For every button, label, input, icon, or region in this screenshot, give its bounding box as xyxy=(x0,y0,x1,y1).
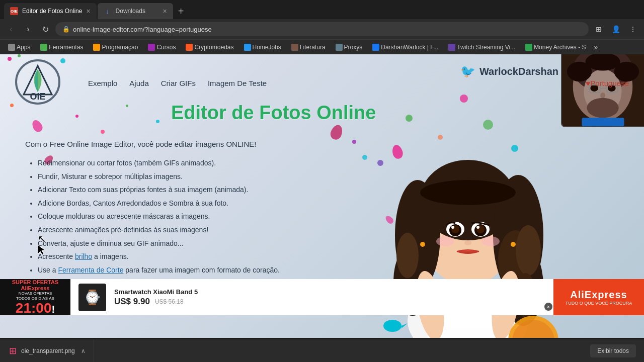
back-button[interactable]: ‹ xyxy=(4,22,18,36)
extensions-icon[interactable]: ⊞ xyxy=(592,22,606,36)
nav-links: Exemplo Ajuda Criar GIFs Imagem De Teste xyxy=(88,79,267,87)
toolbar-icons: ⊞ 👤 ⋮ xyxy=(592,22,640,36)
bookmark-proxys[interactable]: Proxys xyxy=(332,43,367,52)
bookmark-icon-cursos xyxy=(148,44,155,51)
ad-price-new: US$ 9.90 xyxy=(114,297,150,307)
ad-product-name: Smartwatch XiaoMi Band 5 xyxy=(114,288,198,296)
bottom-bar: ⊞ oie_transparent.png ∧ Exibir todos xyxy=(0,339,644,362)
hero-title: Editor de Fotos Online xyxy=(171,102,376,124)
intro-text: Com o Free Online Image Editor, você pod… xyxy=(25,140,533,148)
svg-rect-13 xyxy=(582,118,624,126)
address-bar[interactable]: 🔒 online-image-editor.com/?language=port… xyxy=(55,22,589,36)
feature-4: Adicione Bordas, Cantos Arredondados e S… xyxy=(38,197,533,210)
ad-price-old: US$ 56.18 xyxy=(155,298,184,305)
feature-9: Use a Ferramenta de Corte para fazer uma… xyxy=(38,263,533,277)
lock-icon: 🔒 xyxy=(62,26,70,33)
bookmark-darshan-fb[interactable]: DarshanWarlock | F... xyxy=(368,43,442,52)
ad-tagline: TUDO O QUE VOCÊ PROCURA xyxy=(566,301,632,306)
tab-editor[interactable]: OIE Editor de Fotos Online × xyxy=(4,3,97,19)
bookmark-icon-proxys xyxy=(336,44,343,51)
ad-novas-text: NOVAS OFERTASTODOS OS DIAS ÀS xyxy=(16,291,54,302)
bookmark-icon-apps xyxy=(8,44,15,51)
more-bookmarks-button[interactable]: » xyxy=(592,43,600,51)
bookmark-icon-twitch xyxy=(448,44,455,51)
nav-imagem-teste[interactable]: Imagem De Teste xyxy=(208,79,267,87)
feature-8: Acrescente brilho a imagens. xyxy=(38,250,533,263)
bookmark-icon-crypto xyxy=(186,44,193,51)
tab-close-downloads[interactable]: × xyxy=(163,7,167,15)
download-expand-icon: ∧ xyxy=(81,347,86,354)
social-handle: WarlockDarshan xyxy=(479,66,558,77)
page-content: OIE Exemplo Ajuda Criar GIFs Imagem De T… xyxy=(0,54,644,338)
ad-product-desc: Smartwatch XiaoMi Band 5 US$ 9.90 US$ 56… xyxy=(114,288,198,307)
bookmark-icon-literatura xyxy=(291,44,298,51)
feature-list: Redimensionar ou cortar fotos (também GI… xyxy=(25,156,533,277)
bookmark-literatura[interactable]: Literatura xyxy=(287,43,330,52)
feature-7: Converta, ajuste e diminua seu GIF anima… xyxy=(38,237,533,250)
twitter-icon: 🐦 xyxy=(460,64,475,78)
tab-favicon-downloads: ↓ xyxy=(104,7,112,15)
bookmark-icon-homejobs xyxy=(244,44,251,51)
ad-close-button[interactable]: × xyxy=(544,303,552,311)
feature-5: Coloque molduras ou acrescente máscaras … xyxy=(38,210,533,223)
ad-middle-section: ⌚ Smartwatch XiaoMi Band 5 US$ 9.90 US$ … xyxy=(70,279,553,315)
download-item[interactable]: ⊞ oie_transparent.png ∧ xyxy=(0,339,94,362)
ad-super-text: SUPER OFERTAS AliExpress xyxy=(3,279,67,291)
bookmark-twitch[interactable]: Twitch Streaming Vi... xyxy=(444,43,519,52)
logo-area: OIE xyxy=(15,59,63,107)
tab-downloads[interactable]: ↓ Downloads × xyxy=(98,3,173,19)
tab-close-editor[interactable]: × xyxy=(86,7,90,15)
bookmark-icon-programacao xyxy=(93,44,100,51)
brilho-link[interactable]: brilho xyxy=(75,252,92,260)
download-icon: ⊞ xyxy=(8,346,17,355)
download-filename: oie_transparent.png xyxy=(21,347,75,354)
tab-bar: OIE Editor de Fotos Online × ↓ Downloads… xyxy=(0,0,644,19)
toolbar: ‹ › ↻ 🔒 online-image-editor.com/?languag… xyxy=(0,19,644,39)
bookmark-icon-fb xyxy=(372,44,379,51)
feature-3: Adicionar Texto com suas próprias fontes… xyxy=(38,183,533,197)
show-all-button[interactable]: Exibir todos xyxy=(590,344,636,357)
svg-marker-51 xyxy=(401,323,408,328)
svg-point-50 xyxy=(383,320,401,332)
menu-icon[interactable]: ⋮ xyxy=(626,22,640,36)
bookmark-icon-ferramentas xyxy=(40,44,47,51)
tab-favicon-editor: OIE xyxy=(10,7,18,15)
social-banner: 🐦 WarlockDarshan xyxy=(460,64,558,78)
browser-chrome: OIE Editor de Fotos Online × ↓ Downloads… xyxy=(0,0,644,54)
bookmark-cursos[interactable]: Cursos xyxy=(144,43,180,52)
ad-product-image: ⌚ xyxy=(78,284,106,311)
bookmark-apps[interactable]: Apps xyxy=(4,43,34,52)
ad-banner: SUPER OFERTAS AliExpress NOVAS OFERTASTO… xyxy=(0,279,644,315)
url-text: online-image-editor.com/?language=portug… xyxy=(73,26,582,33)
tab-title-downloads: Downloads xyxy=(116,8,159,15)
ferramenta-corte-link[interactable]: Ferramenta de Corte xyxy=(58,266,123,274)
ad-timer: 21:00! xyxy=(16,301,55,315)
bookmark-programacao[interactable]: Programação xyxy=(89,43,142,52)
ad-left-section: SUPER OFERTAS AliExpress NOVAS OFERTASTO… xyxy=(0,279,70,315)
refresh-button[interactable]: ↻ xyxy=(38,22,52,36)
nav-exemplo[interactable]: Exemplo xyxy=(88,79,117,87)
bookmark-homejobs[interactable]: HomeJobs xyxy=(240,43,285,52)
bookmark-icon-money xyxy=(525,44,532,51)
ad-right-section[interactable]: AliExpress TUDO O QUE VOCÊ PROCURA xyxy=(553,279,644,315)
bookmark-money[interactable]: Money Archives - S xyxy=(521,43,590,52)
bookmark-cryptomoedas[interactable]: Cryptomoedas xyxy=(182,43,237,52)
profile-icon[interactable]: 👤 xyxy=(609,22,623,36)
feature-6: Acrescente animações pré-definidas às su… xyxy=(38,223,533,237)
nav-ajuda[interactable]: Ajuda xyxy=(129,79,148,87)
feature-1: Redimensionar ou cortar fotos (também GI… xyxy=(38,156,533,170)
bookmark-ferramentas[interactable]: Ferramentas xyxy=(36,43,87,52)
bookmarks-bar: Apps Ferramentas Programação Cursos Cryp… xyxy=(0,39,644,54)
new-tab-button[interactable]: + xyxy=(174,4,188,18)
forward-button[interactable]: › xyxy=(21,22,35,36)
nav-criar-gifs[interactable]: Criar GIFs xyxy=(161,79,196,87)
tab-title-editor: Editor de Fotos Online xyxy=(22,8,82,15)
ad-brand: AliExpress xyxy=(570,289,627,301)
feature-2: Fundir, Misturar e sobrepor múltiplas im… xyxy=(38,170,533,184)
language-selector[interactable]: ♥Portuguese xyxy=(586,79,629,87)
